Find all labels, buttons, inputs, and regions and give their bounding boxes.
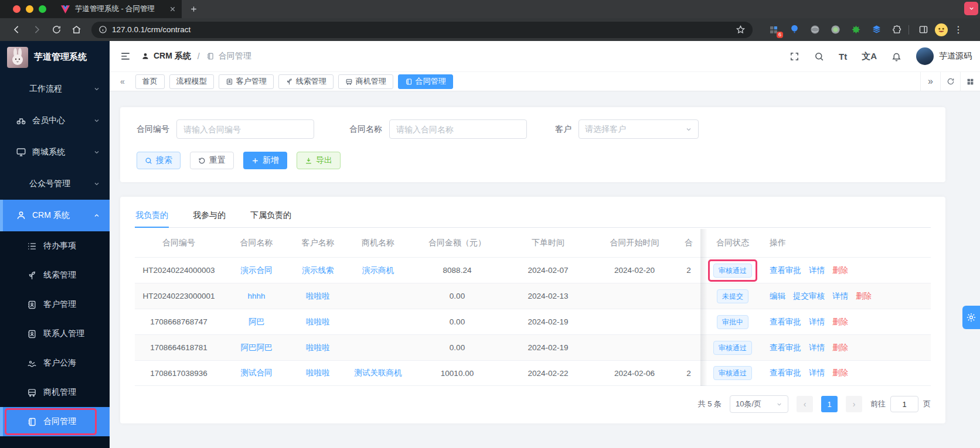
tag-business[interactable]: 商机管理 <box>338 74 393 89</box>
site-info-icon[interactable] <box>98 25 107 34</box>
customer-name-link[interactable]: 啦啦啦 <box>290 361 346 385</box>
sidebar-item-customer-pool[interactable]: 客户公海 <box>0 348 110 378</box>
next-page-button[interactable]: › <box>846 396 862 412</box>
extension-balloon-icon[interactable] <box>788 24 800 36</box>
delete-link[interactable]: 删除 <box>832 368 848 378</box>
sidebar-item-todo[interactable]: 待办事项 <box>0 231 110 261</box>
browser-profile-avatar[interactable] <box>935 23 948 36</box>
contract-name-link[interactable]: 测试合同 <box>223 361 290 385</box>
customer-name-link[interactable]: 啦啦啦 <box>290 283 346 309</box>
view-approval-link[interactable]: 查看审批 <box>770 317 801 327</box>
delete-link[interactable]: 删除 <box>832 343 848 353</box>
extension-sphere-icon[interactable] <box>809 24 821 36</box>
tag-process-model[interactable]: 流程模型 <box>169 74 214 89</box>
sidebar-item-official-account[interactable]: 公众号管理 <box>0 168 110 200</box>
detail-link[interactable]: 详情 <box>809 343 825 353</box>
bell-icon[interactable] <box>891 52 901 61</box>
extensions-puzzle-icon[interactable] <box>891 24 903 36</box>
extension-grid-icon[interactable]: 6 <box>768 24 780 36</box>
view-approval-link[interactable]: 查看审批 <box>770 368 801 378</box>
tag-customer[interactable]: 客户管理 <box>219 74 274 89</box>
tab-strip-chevron-button[interactable] <box>964 2 978 15</box>
contract-no-input[interactable] <box>176 119 314 139</box>
fullscreen-icon[interactable] <box>790 52 799 61</box>
tags-scroll-left-icon[interactable]: « <box>115 77 130 86</box>
customer-name-link[interactable]: 演示线索 <box>290 258 346 283</box>
window-close-button[interactable] <box>13 5 21 13</box>
tab-my-participated[interactable]: 我参与的 <box>192 205 226 227</box>
browser-tab[interactable]: 芋道管理系统 - 合同管理 <box>0 0 182 18</box>
business-name-link[interactable]: 演示商机 <box>346 258 410 283</box>
submit-approval-link[interactable]: 提交审核 <box>793 291 825 302</box>
page-number-button[interactable]: 1 <box>821 396 838 412</box>
app-logo-row[interactable]: 芋道管理系统 <box>0 41 110 73</box>
add-button[interactable]: 新增 <box>243 152 287 169</box>
reload-icon[interactable] <box>48 22 64 38</box>
refresh-page-icon[interactable] <box>940 72 960 91</box>
contract-name-link[interactable]: 阿巴阿巴 <box>223 335 290 360</box>
sidebar-item-clue[interactable]: 线索管理 <box>0 261 110 290</box>
collapse-menu-icon[interactable] <box>120 51 131 61</box>
side-panel-icon[interactable] <box>915 22 931 38</box>
contract-name-link[interactable]: 演示合同 <box>223 258 290 283</box>
sidebar-item-crm-system[interactable]: CRM 系统 <box>0 200 110 231</box>
tag-contract[interactable]: 合同管理 <box>398 74 453 89</box>
font-size-icon[interactable]: Tt <box>839 52 847 61</box>
extension-star-icon[interactable] <box>850 24 862 36</box>
home-icon[interactable] <box>68 22 84 38</box>
tags-scroll-right-icon[interactable]: » <box>920 72 940 91</box>
delete-link[interactable]: 删除 <box>832 265 848 276</box>
contract-name-link[interactable]: 阿巴 <box>223 309 290 334</box>
business-name-link[interactable]: 测试关联商机 <box>346 361 410 385</box>
window-minimize-button[interactable] <box>26 5 33 13</box>
search-button[interactable]: 搜索 <box>137 152 181 169</box>
user-menu[interactable]: 芋道源码 <box>916 47 972 65</box>
bookmark-star-icon[interactable] <box>736 25 746 35</box>
detail-link[interactable]: 详情 <box>809 317 825 327</box>
window-zoom-button[interactable] <box>39 5 46 13</box>
sidebar-item-customer[interactable]: 客户管理 <box>0 290 110 319</box>
sidebar-item-mall-system[interactable]: 商城系统 <box>0 136 110 168</box>
prev-page-button[interactable]: ‹ <box>797 396 813 412</box>
reset-button[interactable]: 重置 <box>190 152 234 169</box>
delete-link[interactable]: 删除 <box>856 291 872 302</box>
translate-icon[interactable]: 文A <box>862 51 877 62</box>
tab-subordinate[interactable]: 下属负责的 <box>250 205 292 227</box>
layout-grid-icon[interactable] <box>960 72 980 91</box>
address-bar[interactable]: 127.0.0.1/crm/contract <box>91 22 753 38</box>
detail-link[interactable]: 详情 <box>809 368 825 378</box>
view-approval-link[interactable]: 查看审批 <box>770 343 801 353</box>
tab-my-responsible[interactable]: 我负责的 <box>135 205 169 227</box>
view-approval-link[interactable]: 查看审批 <box>770 265 801 276</box>
sidebar-item-contract[interactable]: 合同管理 <box>0 407 110 436</box>
forward-icon[interactable] <box>28 22 45 38</box>
breadcrumb-root[interactable]: CRM 系统 <box>154 51 191 61</box>
tab-close-icon[interactable] <box>169 6 176 12</box>
delete-link[interactable]: 删除 <box>832 317 848 327</box>
detail-link[interactable]: 详情 <box>832 291 848 302</box>
edit-link[interactable]: 编辑 <box>770 291 785 302</box>
back-icon[interactable] <box>8 22 25 38</box>
detail-link[interactable]: 详情 <box>809 265 825 276</box>
goto-page-input[interactable] <box>890 396 918 412</box>
sidebar-item-contacts[interactable]: 联系人管理 <box>0 319 110 348</box>
tag-home[interactable]: 首页 <box>135 74 165 89</box>
sidebar-item-business[interactable]: 商机管理 <box>0 378 110 407</box>
extension-layers-icon[interactable] <box>870 24 882 36</box>
search-icon[interactable] <box>814 52 824 61</box>
tag-clue[interactable]: 线索管理 <box>278 74 334 89</box>
extension-circle-icon[interactable] <box>829 24 841 36</box>
theme-settings-gear-button[interactable] <box>962 306 980 329</box>
status-badge: 审核通过 <box>713 366 752 380</box>
customer-name-link[interactable]: 啦啦啦 <box>290 335 346 360</box>
contract-name-link[interactable]: hhhh <box>223 283 290 309</box>
browser-menu-icon[interactable]: ⋮ <box>951 24 965 35</box>
contract-name-input[interactable] <box>389 119 527 139</box>
new-tab-button[interactable] <box>182 0 206 18</box>
page-size-select[interactable]: 10条/页 <box>730 395 788 413</box>
sidebar-item-member-center[interactable]: 会员中心 <box>0 105 110 136</box>
customer-name-link[interactable]: 啦啦啦 <box>290 309 346 334</box>
export-button[interactable]: 导出 <box>297 152 341 169</box>
customer-select[interactable]: 请选择客户 <box>579 119 699 139</box>
sidebar-item-workflow[interactable]: 工作流程 <box>0 73 110 105</box>
